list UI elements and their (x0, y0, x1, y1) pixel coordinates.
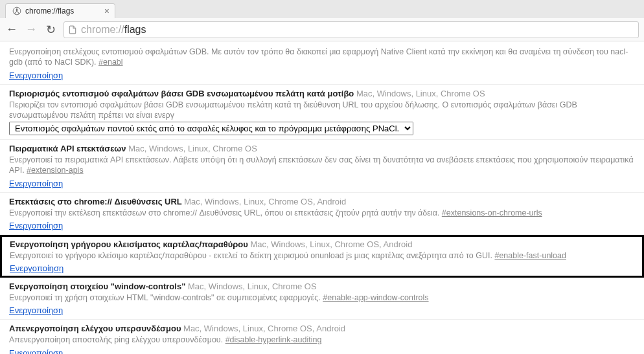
flag-anchor-link[interactable]: #enable-app-window-controls (323, 293, 428, 302)
enable-link[interactable]: Ενεργοποίηση (9, 179, 63, 188)
flag-description: Ενεργοποίηση στελέχους εντοπισμού σφαλμά… (9, 47, 635, 68)
flag-item: Ενεργοποίηση στελέχους εντοπισμού σφαλμά… (0, 41, 644, 85)
flag-platforms: Mac, Windows, Linux, Chrome OS, Android (184, 197, 346, 206)
back-button[interactable]: ← (5, 23, 18, 36)
flag-title: Απενεργοποίηση ελέγχου υπερσυνδέσμου (9, 324, 183, 333)
flag-anchor-link[interactable]: #extension-apis (27, 166, 84, 175)
flag-description: Ενεργοποιεί την εκτέλεση επεκτάσεων στο … (9, 208, 635, 218)
enable-link[interactable]: Ενεργοποίηση (9, 71, 63, 80)
flag-title: Επεκτάσεις στο chrome:// Διευθύνσεις URL (9, 197, 184, 206)
flag-anchor-link[interactable]: #enable-fast-unload (494, 251, 566, 260)
flag-item: Ενεργοποίηση στοιχείου "window-controls"… (0, 278, 644, 320)
flag-platforms: Mac, Windows, Linux, Chrome OS (128, 144, 257, 153)
close-icon[interactable]: × (104, 6, 109, 16)
flag-description: Περιορίζει τον εντοπισμό σφαλμάτων βάσει… (9, 100, 635, 121)
flag-description: Ενεργοποιεί τη χρήση στοιχείων HTML "win… (9, 293, 635, 303)
flag-platforms: Mac, Windows, Linux, Chrome OS, Android (183, 324, 345, 333)
flags-list: Ενεργοποίηση στελέχους εντοπισμού σφαλμά… (0, 41, 644, 354)
flag-title: Περιορισμός εντοπισμού σφαλμάτων βάσει G… (9, 89, 356, 98)
flag-anchor-link[interactable]: #extensions-on-chrome-urls (442, 208, 542, 217)
flag-item: Περιορισμός εντοπισμού σφαλμάτων βάσει G… (0, 85, 644, 140)
toolbar: ← → ↻ chrome://flags (0, 18, 644, 41)
flag-select[interactable]: Εντοπισμός σφαλμάτων παντού εκτός από το… (9, 122, 413, 135)
flag-item: Ενεργοποίηση γρήγορου κλεισίματος καρτέλ… (0, 235, 644, 278)
tab-title: chrome://flags (25, 6, 74, 16)
flag-title: Πειραματικά API επεκτάσεων (9, 144, 128, 153)
nuclear-icon (12, 6, 21, 16)
flag-platforms: Mac, Windows, Linux, Chrome OS, Android (250, 239, 412, 249)
enable-link[interactable]: Ενεργοποίηση (9, 221, 63, 230)
enable-link[interactable]: Ενεργοποίηση (9, 348, 63, 355)
flag-description: Απενεργοποίηση αποστολής ping ελέγχου υπ… (9, 335, 635, 345)
forward-button[interactable]: → (25, 23, 38, 36)
flag-platforms: Mac, Windows, Linux, Chrome OS (188, 282, 317, 291)
flag-description: Ενεργοποιεί το γρήγορο κλείσιμο καρτέλας… (10, 250, 634, 261)
enable-link[interactable]: Ενεργοποίηση (10, 263, 63, 273)
reload-button[interactable]: ↻ (44, 23, 57, 37)
flag-item: Επεκτάσεις στο chrome:// Διευθύνσεις URL… (0, 193, 644, 235)
flag-anchor-link[interactable]: #disable-hyperlink-auditing (225, 335, 322, 344)
page-icon (68, 25, 77, 34)
flag-item: Απενεργοποίηση ελέγχου υπερσυνδέσμου Mac… (0, 320, 644, 354)
flag-title: Ενεργοποίηση στοιχείου "window-controls" (9, 282, 188, 291)
url-text: chrome://flags (81, 24, 146, 36)
flag-title: Ενεργοποίηση γρήγορου κλεισίματος καρτέλ… (10, 239, 250, 249)
browser-tab[interactable]: chrome://flags × (5, 3, 115, 18)
enable-link[interactable]: Ενεργοποίηση (9, 305, 63, 315)
flag-platforms: Mac, Windows, Linux, Chrome OS (356, 89, 485, 98)
flag-anchor-link[interactable]: #enabl (98, 58, 123, 67)
tab-bar: chrome://flags × (0, 0, 644, 18)
flag-item: Πειραματικά API επεκτάσεων Mac, Windows,… (0, 140, 644, 193)
omnibox[interactable]: chrome://flags (63, 21, 639, 38)
flag-description: Ενεργοποιεί τα πειραματικά API επεκτάσεω… (9, 155, 635, 176)
